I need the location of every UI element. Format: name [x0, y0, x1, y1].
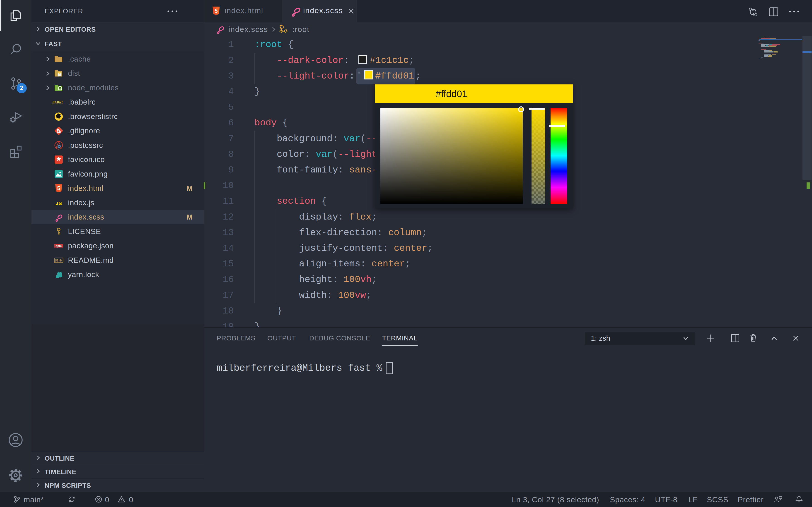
svg-text:BABEL: BABEL [52, 101, 63, 104]
svg-text:npm: npm [56, 244, 62, 247]
svg-text:5: 5 [57, 185, 60, 191]
svg-text:JS: JS [59, 87, 62, 90]
svg-text:JS: JS [55, 200, 62, 206]
